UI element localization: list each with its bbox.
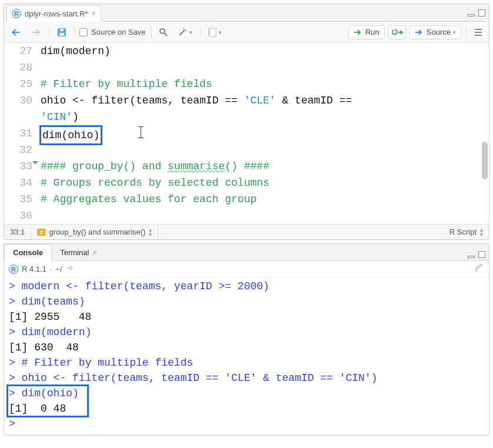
forward-button[interactable] (28, 25, 44, 39)
working-directory[interactable]: ~/ (56, 265, 62, 273)
back-button[interactable] (8, 25, 24, 39)
source-pane: R dplyr-rows-start.R* × Source on Save ▾ (4, 4, 489, 240)
editor-tab[interactable]: R dplyr-rows-start.R* × (6, 5, 101, 22)
save-button[interactable] (54, 25, 69, 39)
cursor-position: 33:1 (4, 225, 31, 239)
console-separator: · (50, 265, 52, 273)
editor-tabbar: R dplyr-rows-start.R* × (4, 4, 489, 22)
editor-statusbar: 33:1 # group_by() and summarise() ▴▾ R S… (4, 224, 489, 239)
text-cursor (141, 126, 141, 138)
pane-maximize-icon[interactable] (478, 246, 485, 258)
section-badge-icon: # (37, 229, 45, 236)
close-icon[interactable]: × (92, 9, 96, 18)
section-selector[interactable]: # group_by() and summarise() ▴▾ (31, 225, 158, 239)
notebook-button[interactable]: ▾ (205, 25, 225, 39)
source-on-save-checkbox[interactable] (79, 28, 88, 36)
console-output[interactable]: > modern <- filter(teams, yearID >= 2000… (4, 278, 489, 435)
run-button[interactable]: Run (348, 25, 385, 39)
find-button[interactable] (156, 25, 171, 39)
svg-rect-2 (60, 29, 64, 31)
pane-minimize-icon[interactable] (468, 246, 475, 258)
svg-point-3 (160, 29, 165, 34)
source-label: Source (427, 28, 451, 36)
outline-button[interactable] (471, 25, 485, 39)
editor-toolbar: Source on Save ▾ ▾ Run Source ▾ (4, 22, 489, 43)
source-on-save-label: Source on Save (91, 28, 146, 36)
pane-minimize-icon[interactable] (468, 9, 475, 16)
r-file-icon: R (12, 9, 21, 18)
tab-console[interactable]: Console (4, 244, 52, 261)
wand-button[interactable]: ▾ (175, 25, 195, 39)
editor-scrollbar[interactable] (482, 142, 488, 179)
updown-icon: ▴▾ (480, 228, 483, 237)
svg-rect-9 (209, 28, 216, 36)
code-editor[interactable]: 27282930313233343536 dim(modern)# Filter… (4, 43, 489, 224)
svg-line-5 (179, 30, 185, 35)
svg-point-7 (183, 28, 184, 29)
console-info-bar: R R 4.1.1 · ~/ (4, 261, 489, 278)
highlighted-console-output (6, 385, 89, 417)
rerun-button[interactable] (388, 25, 406, 39)
r-version: R 4.1.1 (22, 265, 46, 273)
pane-maximize-icon[interactable] (478, 9, 485, 16)
svg-point-8 (186, 31, 187, 32)
svg-point-6 (185, 29, 186, 30)
section-name: group_by() and summarise() (49, 228, 145, 236)
r-logo-icon: R (9, 265, 18, 274)
svg-line-4 (164, 33, 167, 36)
console-pane: Console Terminal × R R 4.1.1 · ~/ > mode… (4, 243, 489, 436)
source-button[interactable]: Source ▾ (409, 25, 461, 39)
console-tabbar: Console Terminal × (4, 244, 489, 261)
svg-rect-1 (59, 33, 64, 36)
clear-console-button[interactable] (475, 263, 484, 275)
wd-go-icon[interactable] (66, 265, 74, 273)
fold-arrow-icon[interactable] (32, 161, 38, 165)
tab-terminal[interactable]: Terminal × (52, 244, 105, 260)
close-icon[interactable]: × (92, 248, 97, 257)
language-selector[interactable]: R Script ▴▾ (444, 225, 489, 239)
editor-tab-filename: dplyr-rows-start.R* (25, 9, 88, 18)
updown-icon: ▴▾ (149, 228, 152, 237)
run-label: Run (365, 28, 379, 36)
